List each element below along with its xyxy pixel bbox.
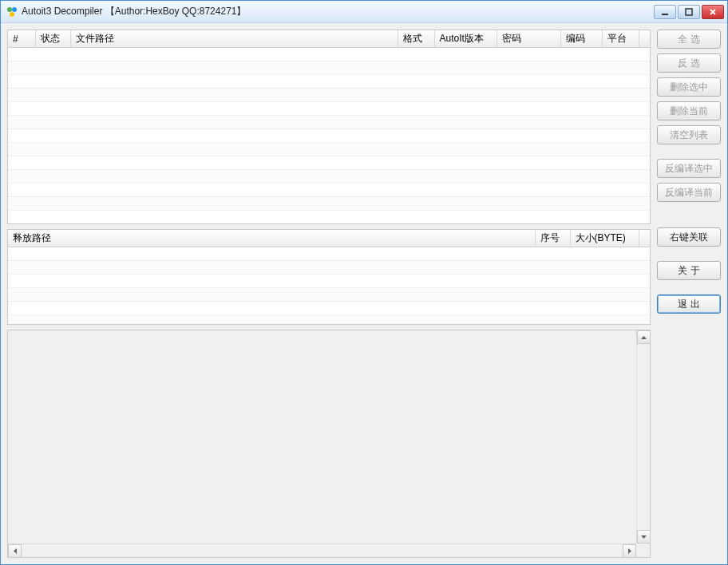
table-row — [8, 184, 650, 197]
scroll-right-icon[interactable] — [623, 544, 636, 558]
table-row — [8, 197, 650, 211]
file-list-panel: # 状态 文件路径 格式 AutoIt版本 密码 编码 平台 — [7, 30, 651, 224]
spacer — [657, 285, 721, 290]
maximize-button[interactable] — [678, 5, 700, 19]
minimize-button[interactable] — [654, 5, 676, 19]
release-list-header: 释放路径 序号 大小(BYTE) — [8, 230, 650, 247]
table-row — [8, 261, 650, 275]
col-password[interactable]: 密码 — [497, 30, 560, 48]
svg-point-1 — [12, 7, 17, 12]
table-row — [8, 211, 650, 223]
client-area: # 状态 文件路径 格式 AutoIt版本 密码 编码 平台 — [1, 23, 727, 564]
horizontal-scrollbar[interactable] — [8, 543, 636, 557]
decompile-selected-button[interactable]: 反编译选中 — [657, 159, 721, 178]
table-row — [8, 48, 650, 61]
release-list-panel: 释放路径 序号 大小(BYTE) — [7, 229, 651, 325]
invert-selection-button[interactable]: 反 选 — [657, 53, 721, 73]
spacer — [657, 251, 721, 256]
col-release-path[interactable]: 释放路径 — [8, 230, 535, 247]
svg-point-2 — [10, 12, 14, 17]
side-button-column: 全 选 反 选 删除选中 删除当前 清空列表 反编译选中 反编译当前 右键关联 … — [657, 30, 721, 558]
app-icon — [6, 6, 18, 18]
file-list-body[interactable] — [8, 48, 650, 223]
table-row — [8, 61, 650, 75]
vertical-scrollbar[interactable] — [636, 330, 650, 543]
decompile-current-button[interactable]: 反编译当前 — [657, 183, 721, 202]
titlebar[interactable]: Autoit3 Decompiler 【Author:HexBoy QQ:872… — [1, 1, 727, 23]
scroll-corner — [636, 543, 650, 557]
about-button[interactable]: 关 于 — [657, 261, 721, 280]
table-row — [8, 275, 650, 288]
table-row — [8, 156, 650, 170]
log-panel — [7, 330, 651, 558]
scroll-down-icon[interactable] — [637, 530, 651, 543]
file-list-header: # 状态 文件路径 格式 AutoIt版本 密码 编码 平台 — [8, 30, 650, 48]
release-list-body[interactable] — [8, 247, 650, 324]
col-status[interactable]: 状态 — [35, 30, 70, 48]
table-row — [8, 89, 650, 102]
table-row — [8, 302, 650, 315]
clear-list-button[interactable]: 清空列表 — [657, 125, 721, 144]
col-version[interactable]: AutoIt版本 — [434, 30, 497, 48]
table-row — [8, 170, 650, 184]
spacer — [657, 149, 721, 154]
table-row — [8, 143, 650, 156]
col-size[interactable]: 大小(BYTE) — [570, 230, 639, 247]
delete-current-button[interactable]: 删除当前 — [657, 101, 721, 121]
svg-point-0 — [7, 7, 12, 12]
col-platform[interactable]: 平台 — [602, 30, 639, 48]
col-seq[interactable]: 序号 — [535, 230, 570, 247]
window-title: Autoit3 Decompiler 【Author:HexBoy QQ:872… — [22, 5, 654, 18]
associate-button[interactable]: 右键关联 — [657, 227, 721, 247]
col-spacer — [639, 30, 650, 48]
col-format[interactable]: 格式 — [398, 30, 434, 48]
svg-rect-3 — [662, 14, 668, 15]
scroll-left-icon[interactable] — [8, 544, 22, 558]
table-row — [8, 102, 650, 116]
spacer — [657, 207, 721, 223]
table-row — [8, 247, 650, 261]
select-all-button[interactable]: 全 选 — [657, 30, 721, 49]
col-encoding[interactable]: 编码 — [560, 30, 602, 48]
main-column: # 状态 文件路径 格式 AutoIt版本 密码 编码 平台 — [7, 30, 651, 558]
table-row — [8, 75, 650, 89]
table-row — [8, 315, 650, 324]
close-button[interactable] — [702, 5, 724, 19]
col-path[interactable]: 文件路径 — [70, 30, 398, 48]
col-index[interactable]: # — [8, 30, 35, 48]
exit-button[interactable]: 退 出 — [657, 294, 721, 314]
window-controls — [654, 5, 724, 19]
table-row — [8, 129, 650, 143]
table-row — [8, 116, 650, 129]
delete-selected-button[interactable]: 删除选中 — [657, 77, 721, 97]
scroll-up-icon[interactable] — [637, 330, 651, 344]
svg-rect-4 — [686, 9, 692, 15]
log-textarea[interactable] — [8, 330, 650, 557]
table-row — [8, 288, 650, 302]
app-window: Autoit3 Decompiler 【Author:HexBoy QQ:872… — [0, 0, 728, 565]
col-spacer2 — [639, 230, 650, 247]
